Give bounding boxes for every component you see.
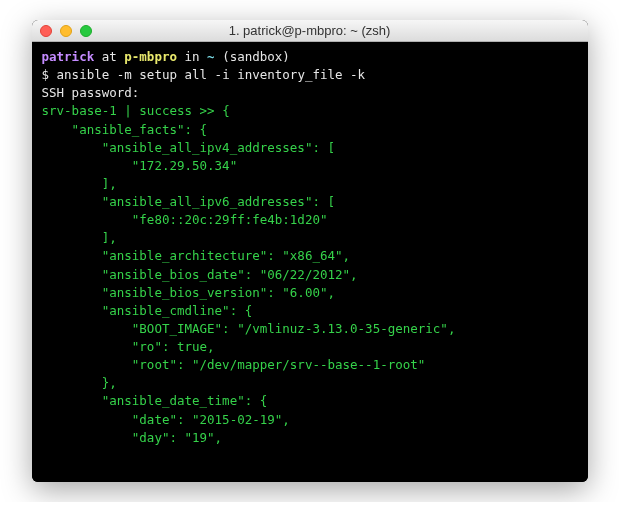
ipv6-close: ], [42,230,117,245]
ipv4-val: "172.29.50.34" [42,158,238,173]
ssh-password-line: SSH password: [42,85,140,100]
prompt-user: patrick [42,49,95,64]
result-sep: | [117,103,140,118]
date-line: "date": "2015-02-19", [42,412,290,427]
datetime-key: "ansible_date_time": { [42,393,268,408]
bios-date-line: "ansible_bios_date": "06/22/2012", [42,267,358,282]
ro-post: , [207,339,215,354]
zoom-icon[interactable] [80,25,92,37]
terminal-window: 1. patrick@p-mbpro: ~ (zsh) patrick at p… [32,20,588,482]
prompt-path: ~ [207,49,215,64]
result-status: success [139,103,192,118]
boot-image-line: "BOOT_IMAGE": "/vmlinuz-3.13.0-35-generi… [42,321,456,336]
ipv6-val: "fe80::20c:29ff:fe4b:1d20" [42,212,328,227]
ipv4-close: ], [42,176,117,191]
prompt-at: at [94,49,124,64]
prompt-symbol: $ [42,67,57,82]
prompt-in: in [177,49,207,64]
traffic-lights [40,25,92,37]
result-tail: >> { [192,103,230,118]
cmdline-close: }, [42,375,117,390]
result-host: srv-base-1 [42,103,117,118]
command-text: ansible -m setup all -i inventory_file -… [57,67,366,82]
minimize-icon[interactable] [60,25,72,37]
root-line: "root": "/dev/mapper/srv--base--1-root" [42,357,426,372]
titlebar[interactable]: 1. patrick@p-mbpro: ~ (zsh) [32,20,588,42]
ro-val: true [177,339,207,354]
bios-ver-line: "ansible_bios_version": "6.00", [42,285,336,300]
ipv6-key: "ansible_all_ipv6_addresses": [ [42,194,336,209]
facts-open: "ansible_facts": { [42,122,208,137]
cmdline-key: "ansible_cmdline": { [42,303,253,318]
close-icon[interactable] [40,25,52,37]
ro-pre: "ro": [42,339,177,354]
ipv4-key: "ansible_all_ipv4_addresses": [ [42,140,336,155]
terminal-body[interactable]: patrick at p-mbpro in ~ (sandbox) $ ansi… [32,42,588,482]
arch-line: "ansible_architecture": "x86_64", [42,248,351,263]
day-line: "day": "19", [42,430,223,445]
window-title: 1. patrick@p-mbpro: ~ (zsh) [32,23,588,38]
prompt-host: p-mbpro [124,49,177,64]
prompt-env: (sandbox) [215,49,290,64]
